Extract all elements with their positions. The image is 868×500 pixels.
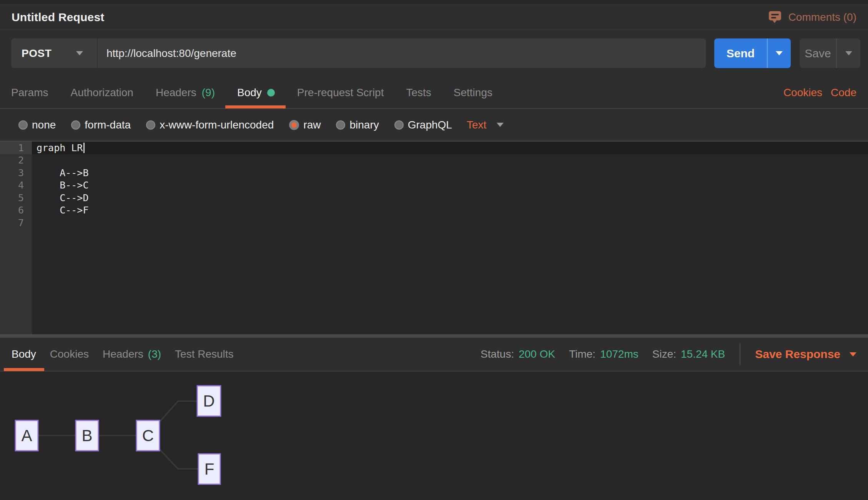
- send-options-button[interactable]: [768, 38, 791, 68]
- graph-node-F: F: [198, 454, 220, 484]
- graph-node-D: D: [197, 386, 221, 416]
- send-button-label[interactable]: Send: [714, 38, 768, 68]
- svg-text:D: D: [203, 392, 215, 410]
- radio-icon[interactable]: [71, 120, 80, 130]
- edge-C-F: [160, 449, 198, 469]
- flowchart-graph: A B C D F: [0, 372, 269, 500]
- chevron-down-icon: [76, 51, 83, 55]
- editor-line[interactable]: 2: [0, 154, 868, 167]
- save-button-label[interactable]: Save: [800, 38, 837, 68]
- request-url-row: POST http://localhost:80/generate Send S…: [0, 30, 868, 77]
- tab-tests[interactable]: Tests: [406, 77, 431, 108]
- radio-selected-icon[interactable]: [289, 120, 299, 130]
- code-text: B-->C: [32, 180, 88, 191]
- raw-format-select[interactable]: Text: [467, 119, 504, 131]
- headers-count-badge: (9): [202, 87, 215, 99]
- editor-line[interactable]: 4 B-->C: [0, 179, 868, 192]
- body-filled-dot-icon: [267, 89, 275, 97]
- time-label: Time:: [569, 348, 595, 360]
- raw-format-value: Text: [467, 119, 486, 131]
- svg-text:A: A: [21, 427, 32, 445]
- editor-gutter: [0, 229, 32, 335]
- response-meta: Status: 200 OK Time: 1072ms Size: 15.24 …: [481, 343, 856, 365]
- mode-raw[interactable]: raw: [289, 119, 321, 131]
- request-title: Untitled Request: [12, 11, 105, 24]
- editor-line[interactable]: 5 C-->D: [0, 192, 868, 204]
- url-input-group: POST http://localhost:80/generate: [11, 38, 706, 68]
- mode-binary[interactable]: binary: [336, 119, 379, 131]
- svg-text:F: F: [205, 460, 215, 478]
- response-body-panel: A B C D F: [0, 372, 868, 500]
- tab-params[interactable]: Params: [11, 77, 48, 108]
- line-number: 5: [0, 192, 32, 204]
- method-select[interactable]: POST: [11, 38, 98, 68]
- request-tab-links: Cookies Code: [783, 87, 856, 99]
- mode-graphql[interactable]: GraphQL: [394, 119, 452, 131]
- url-input[interactable]: http://localhost:80/generate: [98, 47, 236, 60]
- radio-icon[interactable]: [336, 120, 345, 130]
- status-meta: Status: 200 OK: [481, 348, 555, 360]
- comments-label: Comments (0): [788, 11, 856, 23]
- svg-text:B: B: [81, 427, 92, 445]
- tab-authorization[interactable]: Authorization: [70, 77, 133, 108]
- time-meta: Time: 1072ms: [569, 348, 639, 360]
- radio-icon[interactable]: [394, 120, 404, 130]
- editor-line[interactable]: 3 A-->B: [0, 167, 868, 179]
- editor-line[interactable]: 6 C-->F: [0, 204, 868, 217]
- vertical-divider: [740, 343, 740, 365]
- request-tabs: Params Authorization Headers (9) Body Pr…: [11, 77, 783, 108]
- text-cursor: [83, 143, 85, 153]
- response-tab-cookies[interactable]: Cookies: [50, 337, 89, 371]
- time-value: 1072ms: [600, 348, 639, 360]
- status-label: Status:: [481, 348, 514, 360]
- save-button[interactable]: Save: [800, 38, 860, 68]
- mode-none[interactable]: none: [18, 119, 56, 131]
- response-tab-test-results[interactable]: Test Results: [175, 337, 234, 371]
- response-tab-body[interactable]: Body: [12, 337, 36, 371]
- edge-C-D: [160, 401, 197, 422]
- app-window: Untitled Request Comments (0) POST http:…: [0, 0, 868, 500]
- request-titlebar: Untitled Request Comments (0): [0, 5, 868, 30]
- chevron-down-icon: [776, 51, 783, 55]
- response-tabs: Body Cookies Headers (3) Test Results: [12, 337, 481, 371]
- chevron-down-icon: [845, 51, 852, 55]
- code-text: A-->B: [32, 167, 88, 178]
- save-options-button[interactable]: [837, 38, 860, 68]
- line-number: 1: [0, 142, 32, 154]
- code-text: graph LR: [32, 142, 83, 153]
- size-meta: Size: 15.24 KB: [652, 348, 725, 360]
- chevron-down-icon: [850, 352, 856, 357]
- mode-form-data[interactable]: form-data: [71, 119, 131, 131]
- radio-icon[interactable]: [146, 120, 155, 130]
- tab-settings[interactable]: Settings: [454, 77, 492, 108]
- line-number: 6: [0, 204, 32, 217]
- line-number: 7: [0, 217, 32, 229]
- window-top-edge: [0, 0, 868, 5]
- line-number: 2: [0, 154, 32, 167]
- response-tab-headers[interactable]: Headers (3): [103, 337, 161, 371]
- size-value: 15.24 KB: [681, 348, 725, 360]
- status-value: 200 OK: [519, 348, 555, 360]
- method-value: POST: [22, 47, 52, 60]
- mode-x-www-form-urlencoded[interactable]: x-www-form-urlencoded: [146, 119, 274, 131]
- body-mode-row: none form-data x-www-form-urlencoded raw…: [0, 109, 868, 142]
- line-number: 4: [0, 179, 32, 192]
- cookies-link[interactable]: Cookies: [783, 87, 822, 99]
- chevron-down-icon: [497, 123, 504, 127]
- editor-line[interactable]: 7: [0, 217, 868, 229]
- save-response-button[interactable]: Save Response: [755, 348, 856, 361]
- body-code-editor[interactable]: 1 graph LR 2 3 A-->B 4 B-->C 5 C-->D 6 C…: [0, 142, 868, 338]
- code-link[interactable]: Code: [831, 87, 856, 99]
- editor-line[interactable]: 1 graph LR: [0, 142, 868, 154]
- radio-icon[interactable]: [18, 120, 28, 130]
- graph-node-B: B: [76, 420, 98, 451]
- line-number: 3: [0, 167, 32, 179]
- tab-pre-request-script[interactable]: Pre-request Script: [297, 77, 384, 108]
- tab-headers[interactable]: Headers (9): [156, 77, 215, 108]
- response-bar: Body Cookies Headers (3) Test Results St…: [0, 338, 868, 372]
- code-text: C-->D: [32, 192, 88, 203]
- size-label: Size:: [652, 348, 676, 360]
- send-button[interactable]: Send: [714, 38, 791, 68]
- comments-button[interactable]: Comments (0): [768, 10, 856, 24]
- tab-body[interactable]: Body: [237, 77, 275, 108]
